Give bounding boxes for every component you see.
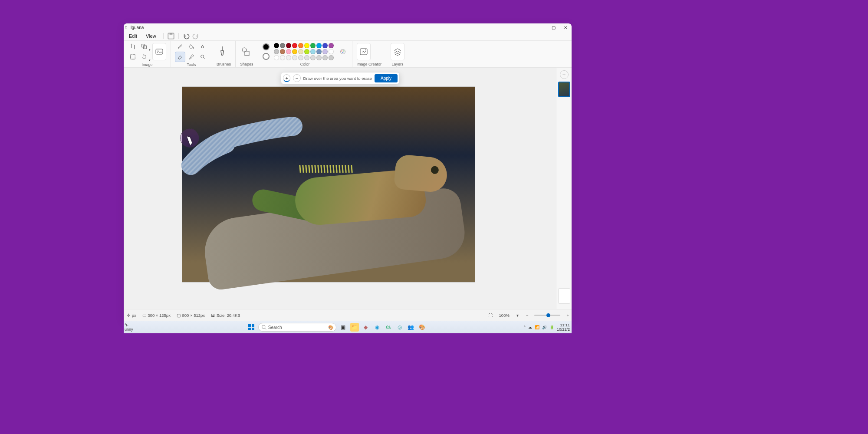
color-swatch[interactable]: [316, 49, 322, 54]
app-icon-1[interactable]: ◆: [362, 323, 370, 332]
image-creator-icon[interactable]: [357, 43, 371, 60]
menu-edit[interactable]: Edit: [125, 33, 141, 39]
color-palette: [274, 43, 334, 60]
color-secondary[interactable]: [263, 53, 270, 60]
picker-icon[interactable]: [187, 52, 196, 62]
minimize-button[interactable]: —: [535, 23, 547, 31]
erase-stroke: [182, 118, 295, 170]
teams-icon[interactable]: 👥: [407, 323, 415, 332]
color-swatch[interactable]: [329, 43, 334, 48]
color-swatch[interactable]: [292, 55, 297, 60]
rotate-icon[interactable]: ▾: [139, 52, 149, 62]
canvas-image[interactable]: [182, 87, 475, 282]
taskbar-clock[interactable]: 11:11 10/22/2: [557, 323, 570, 332]
color-primary[interactable]: [263, 43, 270, 50]
ribbon-group-tools: A Tools: [171, 41, 210, 67]
image-creator-button[interactable]: [152, 43, 166, 60]
add-layer-button[interactable]: +: [560, 70, 569, 79]
color-swatch[interactable]: [286, 43, 291, 48]
erase-toolbar: + − Draw over the area you want to erase…: [281, 72, 400, 84]
tray-volume-icon[interactable]: 🔊: [542, 325, 547, 329]
copilot-icon[interactable]: ◎: [395, 323, 404, 332]
save-icon[interactable]: [167, 32, 175, 40]
fill-icon[interactable]: [187, 42, 196, 51]
taskbar-search[interactable]: Search 🎨: [258, 323, 336, 332]
color-swatch[interactable]: [316, 55, 322, 60]
redo-icon[interactable]: [192, 32, 200, 40]
color-swatch[interactable]: [316, 43, 322, 48]
store-icon[interactable]: 🛍: [384, 323, 393, 332]
color-swatch[interactable]: [298, 49, 303, 54]
color-swatch[interactable]: [292, 49, 297, 54]
status-canvas-size: ▢ 800 × 512px: [177, 313, 205, 318]
explorer-icon[interactable]: 📁: [350, 323, 359, 332]
fit-screen-icon[interactable]: ⛶: [489, 313, 493, 318]
color-swatch[interactable]: [304, 55, 309, 60]
menu-view[interactable]: View: [142, 33, 160, 39]
brush-size-increase[interactable]: +: [283, 74, 290, 82]
status-cursor: ✛ px: [126, 313, 136, 318]
ribbon-label-color: Color: [263, 61, 348, 67]
tray-onedrive-icon[interactable]: ☁: [528, 325, 532, 329]
color-swatch[interactable]: [292, 43, 297, 48]
color-swatch[interactable]: [280, 49, 285, 54]
tray-chevron-icon[interactable]: ^: [524, 325, 526, 329]
color-swatch[interactable]: [286, 49, 291, 54]
color-swatch[interactable]: [274, 43, 279, 48]
edge-icon[interactable]: ◉: [373, 323, 381, 332]
text-icon[interactable]: A: [198, 42, 207, 51]
color-swatch[interactable]: [310, 55, 316, 60]
close-button[interactable]: ✕: [559, 23, 572, 31]
search-placeholder: Search: [268, 325, 282, 330]
resize-icon[interactable]: ▾: [139, 42, 149, 51]
paint-icon[interactable]: 🎨: [418, 323, 427, 332]
brushes-button[interactable]: [217, 43, 228, 60]
apply-button[interactable]: Apply: [375, 74, 398, 82]
tray-battery-icon[interactable]: 🔋: [549, 325, 554, 329]
taskview-icon[interactable]: ▣: [339, 323, 348, 332]
canvas-area[interactable]: + − Draw over the area you want to erase…: [124, 68, 556, 309]
color-swatch[interactable]: [329, 55, 334, 60]
zoom-in-button[interactable]: +: [566, 313, 569, 318]
select-icon[interactable]: [128, 52, 138, 62]
color-swatch[interactable]: [304, 43, 309, 48]
color-swatch[interactable]: [274, 55, 279, 60]
pencil-icon[interactable]: [175, 42, 185, 51]
color-swatch[interactable]: [310, 49, 316, 54]
brush-size-decrease[interactable]: −: [293, 74, 300, 82]
color-swatch[interactable]: [322, 43, 328, 48]
zoom-slider[interactable]: [534, 315, 560, 316]
ribbon-group-layers: Layers: [386, 41, 407, 67]
system-tray[interactable]: ^ ☁ 📶 🔊 🔋 11:11 10/22/2: [524, 323, 572, 332]
ribbon-label-brushes: Brushes: [217, 61, 231, 67]
color-swatch[interactable]: [286, 55, 291, 60]
crop-icon[interactable]: [128, 42, 138, 51]
color-swatch[interactable]: [280, 55, 285, 60]
maximize-button[interactable]: ▢: [547, 23, 559, 31]
color-swatch[interactable]: [304, 49, 309, 54]
color-swatch[interactable]: [298, 55, 303, 60]
color-swatch[interactable]: [280, 43, 285, 48]
ribbon-group-shapes: Shapes: [235, 41, 256, 67]
layer-thumbnail[interactable]: [558, 82, 570, 97]
layers-icon[interactable]: [391, 43, 404, 60]
svg-point-15: [342, 52, 343, 53]
color-swatch[interactable]: [298, 43, 303, 48]
eraser-icon[interactable]: [175, 52, 185, 62]
tray-wifi-icon[interactable]: 📶: [535, 325, 539, 329]
magnifier-icon[interactable]: [198, 52, 207, 62]
shapes-button[interactable]: [240, 43, 251, 60]
start-button[interactable]: [247, 323, 256, 332]
layer-thumbnail-blank[interactable]: [558, 288, 570, 304]
separator: [163, 33, 164, 39]
color-swatch[interactable]: [322, 49, 328, 54]
zoom-out-button[interactable]: −: [526, 313, 529, 318]
taskbar-weather[interactable]: °F unny: [124, 323, 150, 332]
svg-rect-2: [131, 55, 135, 59]
color-swatch[interactable]: [322, 55, 328, 60]
color-swatch[interactable]: [329, 49, 334, 54]
color-swatch[interactable]: [274, 49, 279, 54]
color-swatch[interactable]: [310, 43, 316, 48]
undo-icon[interactable]: [182, 32, 190, 40]
edit-colors-icon[interactable]: [338, 47, 348, 56]
